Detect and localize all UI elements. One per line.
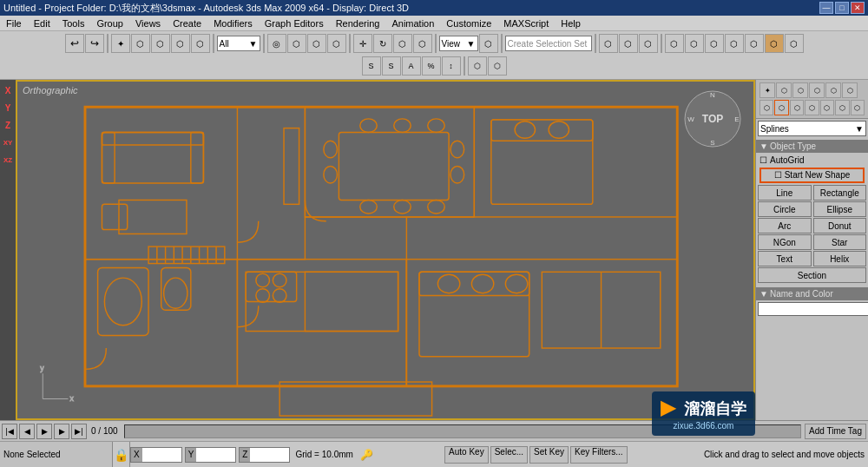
rectangle-button[interactable]: Rectangle (813, 185, 867, 201)
menu-help[interactable]: Help (558, 18, 583, 29)
helix-button[interactable]: Helix (813, 251, 867, 266)
timeline-first-btn[interactable]: |◀ (2, 424, 17, 439)
star-button[interactable]: Star (813, 234, 867, 250)
start-new-shape-button[interactable]: ☐ Start New Shape (760, 168, 865, 183)
menu-file[interactable]: File (3, 18, 24, 29)
menu-views[interactable]: Views (133, 18, 163, 29)
rp-icon-hierarchy[interactable]: ⬡ (792, 82, 808, 98)
filter-dropdown[interactable]: All ▼ (217, 36, 260, 51)
donut-button[interactable]: Donut (813, 218, 867, 234)
timeline-play-btn[interactable]: ▶ (36, 424, 52, 439)
set-key-button[interactable]: Set Key (529, 446, 569, 464)
name-input[interactable] (758, 302, 868, 316)
percent-snap-button[interactable]: % (422, 56, 441, 76)
viewport[interactable]: Orthographic (16, 80, 755, 420)
lock-icon[interactable]: 🔒 (113, 442, 130, 467)
text-button[interactable]: Text (758, 251, 812, 266)
pivot-button[interactable]: ⬡ (479, 34, 498, 53)
line-button[interactable]: Line (758, 185, 812, 201)
align-button[interactable]: ⬡ (619, 34, 638, 53)
timeline-next-btn[interactable]: ▶ (54, 424, 69, 439)
timeline-last-btn[interactable]: ▶| (71, 424, 87, 439)
curve-editor-button[interactable]: ⬡ (685, 34, 704, 53)
scale-drop-button[interactable]: ⬡ (413, 34, 432, 53)
render-button[interactable]: ⬡ (765, 34, 784, 53)
splines-dropdown[interactable]: Splines ▼ (758, 121, 866, 136)
unlink-button[interactable]: ⬡ (171, 34, 190, 53)
rp-icon-systems[interactable]: ⬡ (851, 100, 865, 115)
rp-icon-geo[interactable]: ⬡ (760, 100, 773, 115)
circle-button[interactable]: Circle (758, 201, 812, 217)
menu-customize[interactable]: Customize (444, 18, 494, 29)
render-setup-button[interactable]: ⬡ (745, 34, 764, 53)
menu-animation[interactable]: Animation (389, 18, 437, 29)
rect-select-button[interactable]: ⬡ (307, 34, 326, 53)
bind-button[interactable]: ⬡ (191, 34, 210, 53)
axis-x[interactable]: X (1, 83, 15, 97)
named-sel-button[interactable]: ⬡ (468, 56, 487, 76)
rotate-button[interactable]: ↻ (373, 34, 392, 53)
mirror-button[interactable]: ⬡ (599, 34, 618, 53)
material-button[interactable]: ⬡ (725, 34, 744, 53)
rp-icon-create[interactable]: ✦ (760, 82, 775, 98)
rp-icon-shapes[interactable]: ⬡ (774, 100, 788, 115)
key-filters-button[interactable]: Key Filters... (570, 446, 628, 464)
menu-graph-editors[interactable]: Graph Editors (262, 18, 326, 29)
axis-xz[interactable]: XZ (1, 153, 15, 167)
z-input[interactable] (250, 448, 289, 462)
y-input[interactable] (196, 448, 235, 462)
angle-snap-button[interactable]: A (402, 56, 421, 76)
schematic-button[interactable]: ⬡ (705, 34, 724, 53)
isolate-button[interactable]: ⬡ (488, 56, 507, 76)
rp-icon-lights[interactable]: ⬡ (790, 100, 804, 115)
undo-button[interactable]: ↩ (65, 34, 84, 53)
ellipse-button[interactable]: Ellipse (813, 201, 867, 217)
align-drop-button[interactable]: ⬡ (639, 34, 658, 53)
move-button[interactable]: ✛ (353, 34, 372, 53)
rp-icon-motion[interactable]: ⬡ (809, 82, 825, 98)
menu-group[interactable]: Group (94, 18, 126, 29)
timeline-prev-btn[interactable]: ◀ (19, 424, 35, 439)
rp-icon-modify[interactable]: ⬡ (776, 82, 792, 98)
redo-button[interactable]: ↪ (85, 34, 104, 53)
menu-rendering[interactable]: Rendering (333, 18, 383, 29)
spinner-snap-button[interactable]: ↕ (442, 56, 461, 76)
axis-z[interactable]: Z (1, 118, 15, 132)
snap-3d-button[interactable]: S (382, 56, 401, 76)
scale-button[interactable]: ⬡ (393, 34, 412, 53)
wnd-cross-button[interactable]: ⬡ (327, 34, 346, 53)
arc-button[interactable]: Arc (758, 218, 812, 234)
rp-icon-spacewarps[interactable]: ⬡ (835, 100, 849, 115)
x-input[interactable] (142, 448, 181, 462)
ngon-button[interactable]: NGon (758, 234, 812, 250)
rp-icon-utils[interactable]: ⬡ (842, 82, 858, 98)
frame-counter[interactable]: 0 / 100 (89, 426, 121, 436)
minimize-button[interactable]: — (819, 2, 833, 14)
menu-edit[interactable]: Edit (31, 18, 53, 29)
menu-tools[interactable]: Tools (60, 18, 88, 29)
axis-xy[interactable]: XY (1, 135, 15, 149)
close-button[interactable]: ✕ (851, 2, 865, 14)
rp-icon-cameras[interactable]: ⬡ (805, 100, 819, 115)
render-last-button[interactable]: ⬡ (785, 34, 804, 53)
maximize-button[interactable]: □ (835, 2, 849, 14)
axis-y[interactable]: Y (1, 101, 15, 115)
link-button[interactable]: ⬡ (151, 34, 170, 53)
rp-icon-display[interactable]: ⬡ (825, 82, 841, 98)
snap-2d-button[interactable]: S (362, 56, 381, 76)
menu-modifiers[interactable]: Modifiers (211, 18, 255, 29)
select-button[interactable]: ◎ (267, 34, 286, 53)
select-region-button[interactable]: ⬡ (131, 34, 150, 53)
add-time-tag-button[interactable]: Add Time Tag (805, 424, 866, 439)
ref-coord-dropdown[interactable]: View ▼ (439, 36, 478, 51)
auto-key-button[interactable]: Auto Key (444, 446, 489, 464)
select-object-button[interactable]: ✦ (111, 34, 130, 53)
autogrid-checkbox[interactable]: ☐ (760, 155, 767, 165)
menu-maxscript[interactable]: MAXScript (501, 18, 551, 29)
selection-right[interactable]: Selec... (490, 446, 528, 464)
layer-button[interactable]: ⬡ (665, 34, 684, 53)
menu-create[interactable]: Create (170, 18, 204, 29)
select-name-button[interactable]: ⬡ (287, 34, 306, 53)
section-button[interactable]: Section (758, 267, 866, 283)
create-selection-set[interactable]: Create Selection Set (505, 36, 592, 51)
